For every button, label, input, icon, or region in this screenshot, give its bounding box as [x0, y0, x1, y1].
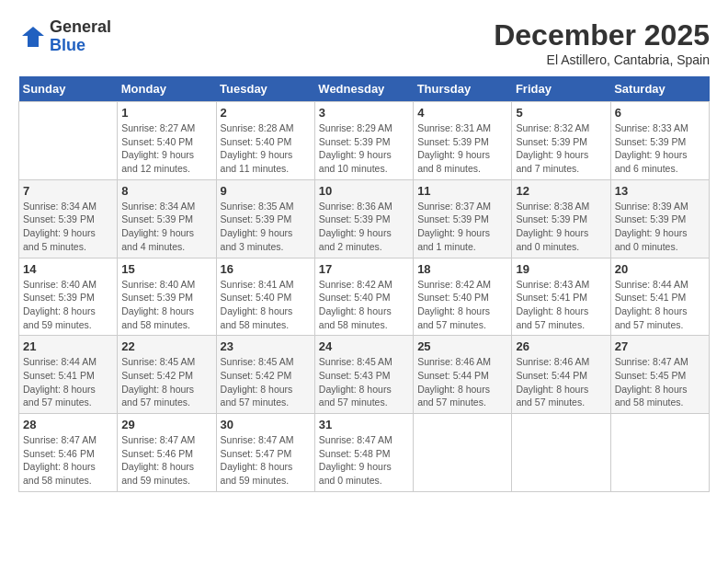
day-info: Sunrise: 8:39 AMSunset: 5:39 PMDaylight:… — [615, 200, 705, 254]
day-number: 7 — [23, 184, 113, 198]
day-number: 26 — [516, 339, 606, 353]
day-info: Sunrise: 8:40 AMSunset: 5:39 PMDaylight:… — [23, 278, 113, 332]
calendar-cell: 10Sunrise: 8:36 AMSunset: 5:39 PMDayligh… — [314, 179, 413, 258]
calendar-cell: 6Sunrise: 8:33 AMSunset: 5:39 PMDaylight… — [610, 102, 709, 180]
day-info: Sunrise: 8:47 AMSunset: 5:46 PMDaylight:… — [121, 433, 211, 488]
calendar-cell: 24Sunrise: 8:45 AMSunset: 5:43 PMDayligh… — [314, 336, 413, 414]
calendar-cell: 29Sunrise: 8:47 AMSunset: 5:46 PMDayligh… — [118, 414, 216, 492]
calendar-cell: 17Sunrise: 8:42 AMSunset: 5:40 PMDayligh… — [314, 258, 413, 336]
day-info: Sunrise: 8:44 AMSunset: 5:41 PMDaylight:… — [615, 278, 705, 332]
week-row-2: 7Sunrise: 8:34 AMSunset: 5:39 PMDaylight… — [19, 179, 710, 258]
day-number: 14 — [23, 262, 113, 276]
day-number: 29 — [121, 418, 211, 431]
day-info: Sunrise: 8:31 AMSunset: 5:39 PMDaylight:… — [417, 121, 507, 176]
calendar-cell: 11Sunrise: 8:37 AMSunset: 5:39 PMDayligh… — [414, 179, 512, 258]
week-row-1: 1Sunrise: 8:27 AMSunset: 5:40 PMDaylight… — [19, 102, 710, 180]
day-number: 30 — [221, 418, 311, 431]
calendar-cell: 15Sunrise: 8:40 AMSunset: 5:39 PMDayligh… — [118, 258, 216, 336]
day-number: 22 — [121, 339, 211, 353]
day-info: Sunrise: 8:46 AMSunset: 5:44 PMDaylight:… — [516, 355, 606, 409]
day-info: Sunrise: 8:37 AMSunset: 5:39 PMDaylight:… — [417, 200, 507, 254]
weekday-header-monday: Monday — [118, 76, 216, 102]
logo-blue-text: Blue — [50, 37, 111, 55]
weekday-header-tuesday: Tuesday — [216, 76, 314, 102]
day-number: 9 — [221, 184, 311, 198]
calendar-cell: 19Sunrise: 8:43 AMSunset: 5:41 PMDayligh… — [512, 258, 610, 336]
day-number: 17 — [319, 262, 409, 276]
weekday-header-sunday: Sunday — [19, 76, 118, 102]
day-number: 13 — [615, 184, 705, 198]
calendar-cell: 7Sunrise: 8:34 AMSunset: 5:39 PMDaylight… — [19, 179, 118, 258]
header: General Blue December 2025 El Astillero,… — [18, 18, 710, 67]
week-row-5: 28Sunrise: 8:47 AMSunset: 5:46 PMDayligh… — [19, 414, 710, 492]
day-number: 18 — [417, 262, 507, 276]
day-number: 16 — [221, 262, 311, 276]
weekday-header-friday: Friday — [512, 76, 610, 102]
calendar-cell: 21Sunrise: 8:44 AMSunset: 5:41 PMDayligh… — [19, 336, 118, 414]
calendar-cell — [414, 414, 512, 492]
calendar-cell: 13Sunrise: 8:39 AMSunset: 5:39 PMDayligh… — [610, 179, 709, 258]
calendar-cell: 27Sunrise: 8:47 AMSunset: 5:45 PMDayligh… — [610, 336, 709, 414]
calendar-cell: 18Sunrise: 8:42 AMSunset: 5:40 PMDayligh… — [414, 258, 512, 336]
calendar-cell: 3Sunrise: 8:29 AMSunset: 5:39 PMDaylight… — [314, 102, 413, 180]
day-info: Sunrise: 8:45 AMSunset: 5:43 PMDaylight:… — [319, 355, 409, 409]
calendar-cell: 16Sunrise: 8:41 AMSunset: 5:40 PMDayligh… — [216, 258, 314, 336]
logo-general-text: General — [50, 18, 111, 37]
week-row-3: 14Sunrise: 8:40 AMSunset: 5:39 PMDayligh… — [19, 258, 710, 336]
day-number: 3 — [319, 106, 409, 120]
day-info: Sunrise: 8:35 AMSunset: 5:39 PMDaylight:… — [221, 200, 311, 254]
calendar-cell: 5Sunrise: 8:32 AMSunset: 5:39 PMDaylight… — [512, 102, 610, 180]
day-info: Sunrise: 8:29 AMSunset: 5:39 PMDaylight:… — [319, 121, 409, 176]
calendar-cell: 2Sunrise: 8:28 AMSunset: 5:40 PMDaylight… — [216, 102, 314, 180]
day-info: Sunrise: 8:44 AMSunset: 5:41 PMDaylight:… — [23, 355, 113, 409]
week-row-4: 21Sunrise: 8:44 AMSunset: 5:41 PMDayligh… — [19, 336, 710, 414]
calendar-cell: 4Sunrise: 8:31 AMSunset: 5:39 PMDaylight… — [414, 102, 512, 180]
day-number: 27 — [615, 339, 705, 353]
calendar-cell: 8Sunrise: 8:34 AMSunset: 5:39 PMDaylight… — [118, 179, 216, 258]
day-number: 10 — [319, 184, 409, 198]
day-number: 8 — [121, 184, 211, 198]
calendar-table: SundayMondayTuesdayWednesdayThursdayFrid… — [18, 76, 710, 492]
day-number: 23 — [221, 339, 311, 353]
day-number: 15 — [121, 262, 211, 276]
day-info: Sunrise: 8:45 AMSunset: 5:42 PMDaylight:… — [121, 355, 211, 409]
day-info: Sunrise: 8:42 AMSunset: 5:40 PMDaylight:… — [319, 278, 409, 332]
calendar-cell: 12Sunrise: 8:38 AMSunset: 5:39 PMDayligh… — [512, 179, 610, 258]
day-info: Sunrise: 8:46 AMSunset: 5:44 PMDaylight:… — [417, 355, 507, 409]
day-number: 11 — [417, 184, 507, 198]
calendar-cell: 31Sunrise: 8:47 AMSunset: 5:48 PMDayligh… — [314, 414, 413, 492]
day-info: Sunrise: 8:36 AMSunset: 5:39 PMDaylight:… — [319, 200, 409, 254]
day-info: Sunrise: 8:41 AMSunset: 5:40 PMDaylight:… — [221, 278, 311, 332]
calendar-cell: 20Sunrise: 8:44 AMSunset: 5:41 PMDayligh… — [610, 258, 709, 336]
day-info: Sunrise: 8:38 AMSunset: 5:39 PMDaylight:… — [516, 200, 606, 254]
weekday-header-thursday: Thursday — [414, 76, 512, 102]
day-number: 2 — [221, 106, 311, 120]
day-number: 19 — [516, 262, 606, 276]
weekday-header-saturday: Saturday — [610, 76, 709, 102]
calendar-cell: 25Sunrise: 8:46 AMSunset: 5:44 PMDayligh… — [414, 336, 512, 414]
day-info: Sunrise: 8:28 AMSunset: 5:40 PMDaylight:… — [221, 121, 311, 176]
calendar-cell: 14Sunrise: 8:40 AMSunset: 5:39 PMDayligh… — [19, 258, 118, 336]
day-info: Sunrise: 8:34 AMSunset: 5:39 PMDaylight:… — [121, 200, 211, 254]
month-title: December 2025 — [494, 18, 710, 52]
day-info: Sunrise: 8:47 AMSunset: 5:46 PMDaylight:… — [23, 433, 113, 488]
day-number: 6 — [615, 106, 705, 120]
day-number: 20 — [615, 262, 705, 276]
calendar-cell: 9Sunrise: 8:35 AMSunset: 5:39 PMDaylight… — [216, 179, 314, 258]
day-number: 4 — [417, 106, 507, 120]
calendar-cell — [19, 102, 118, 180]
calendar-cell: 23Sunrise: 8:45 AMSunset: 5:42 PMDayligh… — [216, 336, 314, 414]
day-number: 5 — [516, 106, 606, 120]
logo-icon — [18, 23, 46, 51]
day-number: 1 — [121, 106, 211, 120]
day-number: 28 — [23, 418, 113, 431]
day-number: 24 — [319, 339, 409, 353]
calendar-cell: 26Sunrise: 8:46 AMSunset: 5:44 PMDayligh… — [512, 336, 610, 414]
day-info: Sunrise: 8:34 AMSunset: 5:39 PMDaylight:… — [23, 200, 113, 254]
day-number: 31 — [319, 418, 409, 431]
day-number: 21 — [23, 339, 113, 353]
day-info: Sunrise: 8:47 AMSunset: 5:47 PMDaylight:… — [221, 433, 311, 488]
day-number: 12 — [516, 184, 606, 198]
calendar-cell: 30Sunrise: 8:47 AMSunset: 5:47 PMDayligh… — [216, 414, 314, 492]
title-area: December 2025 El Astillero, Cantabria, S… — [494, 18, 710, 67]
